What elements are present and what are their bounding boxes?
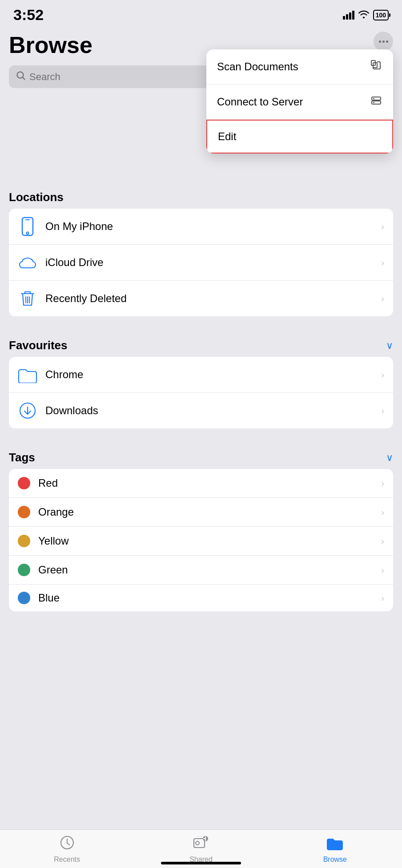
orange-tag-item[interactable]: Orange › <box>9 498 393 527</box>
downloads-label: Downloads <box>45 404 381 417</box>
yellow-tag-label: Yellow <box>38 535 381 547</box>
scan-documents-label: Scan Documents <box>217 61 298 73</box>
signal-bars-icon <box>343 11 354 20</box>
browse-tab-label: Browse <box>323 856 347 864</box>
chevron-right-icon: › <box>381 565 384 575</box>
icloud-drive-item[interactable]: iCloud Drive › <box>9 245 393 281</box>
iphone-icon <box>18 217 37 236</box>
clock-icon <box>60 835 75 854</box>
red-tag-dot <box>18 477 30 489</box>
green-tag-item[interactable]: Green › <box>9 556 393 585</box>
red-tag-item[interactable]: Red › <box>9 469 393 498</box>
chevron-right-icon: › <box>381 536 384 546</box>
blue-tag-item[interactable]: Blue › <box>9 585 393 611</box>
on-my-iphone-label: On My iPhone <box>45 220 381 233</box>
favourites-collapse-icon[interactable]: ∨ <box>386 340 393 351</box>
more-options-button[interactable] <box>374 32 393 51</box>
red-tag-label: Red <box>38 477 381 489</box>
main-content: Browse Search Scan Documents Connec <box>0 27 402 687</box>
favourites-title: Favourites <box>9 339 68 352</box>
green-tag-label: Green <box>38 564 381 576</box>
edit-label: Edit <box>218 130 236 143</box>
svg-point-13 <box>196 841 199 845</box>
chevron-right-icon: › <box>381 258 384 268</box>
status-icons: 100 <box>343 9 389 20</box>
dot-icon <box>379 40 381 43</box>
connect-to-server-menu-item[interactable]: Connect to Server <box>206 85 393 120</box>
search-icon <box>16 71 26 83</box>
svg-point-6 <box>373 102 374 103</box>
chevron-right-icon: › <box>381 478 384 489</box>
search-placeholder: Search <box>29 71 60 83</box>
svg-point-5 <box>373 98 374 99</box>
scan-documents-menu-item[interactable]: Scan Documents <box>206 49 393 85</box>
icloud-drive-label: iCloud Drive <box>45 256 381 269</box>
orange-tag-dot <box>18 506 30 518</box>
on-my-iphone-item[interactable]: On My iPhone › <box>9 209 393 245</box>
blue-tag-dot <box>18 592 30 604</box>
dot-icon <box>386 40 388 43</box>
edit-menu-item[interactable]: Edit <box>206 120 393 153</box>
chevron-right-icon: › <box>381 507 384 517</box>
recently-deleted-item[interactable]: Recently Deleted › <box>9 281 393 316</box>
status-time: 3:52 <box>13 6 44 24</box>
chevron-right-icon: › <box>381 593 384 603</box>
blue-tag-label: Blue <box>38 592 381 604</box>
chevron-right-icon: › <box>381 294 384 304</box>
locations-section-header: Locations <box>9 186 393 209</box>
connect-to-server-label: Connect to Server <box>217 96 303 108</box>
tags-section-header: Tags ∨ <box>9 446 393 469</box>
dot-icon <box>382 40 385 43</box>
browse-folder-icon <box>326 835 344 854</box>
chrome-label: Chrome <box>45 368 381 381</box>
yellow-tag-dot <box>18 535 30 547</box>
tab-browse[interactable]: Browse <box>269 835 401 868</box>
status-bar: 3:52 100 <box>0 0 402 27</box>
context-menu: Scan Documents Connect to Server <box>206 49 393 153</box>
folder-icon <box>18 365 37 384</box>
chrome-item[interactable]: Chrome › <box>9 357 393 393</box>
shared-icon <box>193 835 209 854</box>
downloads-item[interactable]: Downloads › <box>9 393 393 428</box>
chevron-right-icon: › <box>381 370 384 380</box>
chevron-right-icon: › <box>381 222 384 232</box>
locations-card: On My iPhone › iCloud Drive › Recently D… <box>9 209 393 316</box>
orange-tag-label: Orange <box>38 506 381 518</box>
recently-deleted-label: Recently Deleted <box>45 292 381 305</box>
svg-point-8 <box>27 232 29 234</box>
icloud-icon <box>18 253 37 272</box>
tab-recents[interactable]: Recents <box>1 835 133 868</box>
tags-card: Red › Orange › Yellow › Green › Blue › <box>9 469 393 611</box>
battery-icon: 100 <box>373 10 389 20</box>
favourites-section-header: Favourites ∨ <box>9 334 393 357</box>
favourites-card: Chrome › Downloads › <box>9 357 393 428</box>
scan-documents-icon <box>370 59 382 74</box>
download-icon <box>18 401 37 420</box>
yellow-tag-item[interactable]: Yellow › <box>9 527 393 556</box>
locations-title: Locations <box>9 190 64 204</box>
server-icon <box>370 94 382 109</box>
tags-title: Tags <box>9 451 35 464</box>
recents-tab-label: Recents <box>54 856 80 864</box>
trash-icon <box>18 289 37 308</box>
chevron-right-icon: › <box>381 406 384 416</box>
green-tag-dot <box>18 564 30 576</box>
wifi-icon <box>358 9 370 20</box>
tags-collapse-icon[interactable]: ∨ <box>386 452 393 464</box>
home-indicator <box>161 862 241 864</box>
